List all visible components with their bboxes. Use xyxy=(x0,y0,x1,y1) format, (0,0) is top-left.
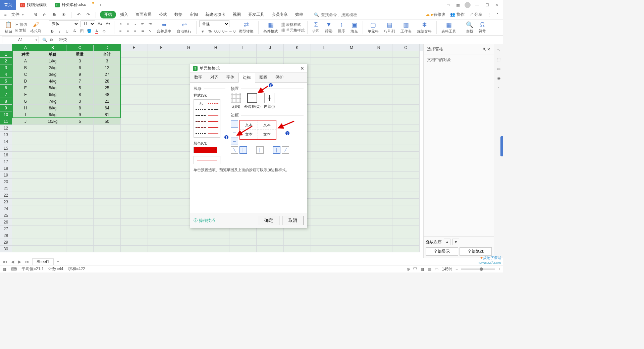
copy-button[interactable]: ⎘ 复制 xyxy=(15,28,27,33)
cell[interactable] xyxy=(338,118,365,125)
cell[interactable] xyxy=(392,51,420,58)
cell[interactable]: F xyxy=(12,91,39,98)
cell[interactable] xyxy=(66,212,94,219)
style-opt[interactable] xyxy=(195,119,206,124)
cell[interactable] xyxy=(94,125,121,132)
cell[interactable] xyxy=(148,118,175,125)
thousand-icon[interactable]: 000 xyxy=(214,28,221,35)
cell[interactable] xyxy=(392,199,420,205)
zoom-value[interactable]: 145% xyxy=(442,267,452,271)
cell[interactable]: 5 xyxy=(66,118,94,125)
cell[interactable] xyxy=(392,219,420,226)
preview-icon[interactable]: 👁 xyxy=(60,11,67,18)
cell[interactable] xyxy=(338,51,365,58)
style-opt[interactable] xyxy=(208,107,219,112)
cells-button[interactable]: ▢单元格 xyxy=(366,21,381,34)
cloud-changes[interactable]: ☁ 有修改 xyxy=(426,12,445,17)
cell[interactable] xyxy=(121,239,148,246)
cell[interactable] xyxy=(66,172,94,179)
cell[interactable] xyxy=(39,239,66,246)
sheet-button[interactable]: ▥工作表 xyxy=(398,21,414,34)
menu-search[interactable]: 🔍 xyxy=(314,12,361,17)
cell[interactable] xyxy=(392,158,420,165)
cell[interactable] xyxy=(365,152,392,158)
cell[interactable] xyxy=(121,192,148,199)
cell[interactable] xyxy=(121,145,148,152)
dlgtab-align[interactable]: 对齐 xyxy=(206,73,222,82)
cell[interactable] xyxy=(121,232,148,239)
cell[interactable] xyxy=(284,58,311,64)
rowhead[interactable]: 11 xyxy=(0,118,12,125)
minimize-icon[interactable]: — xyxy=(474,3,481,7)
cell[interactable]: 48 xyxy=(94,91,121,98)
cell[interactable] xyxy=(392,239,420,246)
bold-icon[interactable]: B xyxy=(49,28,56,35)
cell[interactable] xyxy=(121,71,148,78)
cell[interactable] xyxy=(392,132,420,138)
menu-insert[interactable]: 插入 xyxy=(117,11,131,18)
cell[interactable] xyxy=(311,98,338,105)
cell[interactable] xyxy=(392,212,420,219)
cell[interactable] xyxy=(311,199,338,205)
cell[interactable] xyxy=(392,58,420,64)
sheet-nav-next[interactable]: ▶ xyxy=(17,259,22,264)
cell[interactable] xyxy=(365,226,392,232)
rowhead[interactable]: 19 xyxy=(0,172,12,179)
cell[interactable] xyxy=(338,91,365,98)
cell[interactable] xyxy=(392,165,420,172)
cell[interactable] xyxy=(12,132,39,138)
cell[interactable] xyxy=(311,58,338,64)
cell[interactable]: 9 xyxy=(66,71,94,78)
cell[interactable] xyxy=(148,105,175,111)
cell[interactable]: 6 xyxy=(66,64,94,71)
cell[interactable]: 25 xyxy=(94,85,121,91)
preset-outer[interactable]: ▫ 外边框(O) xyxy=(244,93,261,109)
cell[interactable] xyxy=(365,58,392,64)
cell[interactable] xyxy=(12,179,39,185)
tab-templates[interactable]: D 找稻壳模板 xyxy=(16,0,51,10)
cell[interactable] xyxy=(392,226,420,232)
menu-vip[interactable]: 会员专享 xyxy=(268,11,291,18)
cell[interactable] xyxy=(202,232,229,239)
colhead[interactable]: F xyxy=(148,44,175,51)
cell[interactable] xyxy=(12,239,39,246)
search-input[interactable] xyxy=(321,12,361,17)
cell[interactable] xyxy=(94,172,121,179)
cell[interactable] xyxy=(365,118,392,125)
cell[interactable]: 6/kg xyxy=(39,91,66,98)
cell[interactable]: 5 xyxy=(66,85,94,91)
increase-font-icon[interactable]: A▴ xyxy=(97,20,103,27)
cell[interactable] xyxy=(365,71,392,78)
cell[interactable] xyxy=(12,212,39,219)
cell[interactable] xyxy=(338,78,365,85)
cell[interactable] xyxy=(121,64,148,71)
cell[interactable] xyxy=(257,232,284,239)
cell[interactable] xyxy=(94,145,121,152)
cell[interactable] xyxy=(229,239,257,246)
cell[interactable] xyxy=(66,132,94,138)
cell[interactable] xyxy=(66,192,94,199)
cancel-button[interactable]: 取消 xyxy=(282,216,304,225)
cell[interactable] xyxy=(338,105,365,111)
cell[interactable] xyxy=(392,232,420,239)
cell[interactable]: G xyxy=(12,98,39,105)
cell[interactable] xyxy=(284,51,311,58)
dlgtab-border[interactable]: 边框 xyxy=(238,73,255,83)
cell[interactable] xyxy=(121,219,148,226)
cell[interactable] xyxy=(311,118,338,125)
cell[interactable] xyxy=(311,192,338,199)
cell[interactable] xyxy=(121,118,148,125)
cell[interactable] xyxy=(311,71,338,78)
cell[interactable]: 1/kg xyxy=(39,58,66,64)
cell[interactable] xyxy=(338,132,365,138)
menu-newtab[interactable]: 新建选项卡 xyxy=(202,11,229,18)
cell[interactable] xyxy=(94,158,121,165)
preset-inner[interactable]: ╋ 内部(I) xyxy=(264,93,275,109)
cell[interactable]: 4/kg xyxy=(39,78,66,85)
cell[interactable] xyxy=(311,226,338,232)
cell[interactable] xyxy=(39,125,66,132)
view-break-icon[interactable]: ▭ xyxy=(435,267,438,271)
cell[interactable] xyxy=(338,85,365,91)
colhead[interactable]: I xyxy=(229,44,257,51)
cell[interactable] xyxy=(148,85,175,91)
